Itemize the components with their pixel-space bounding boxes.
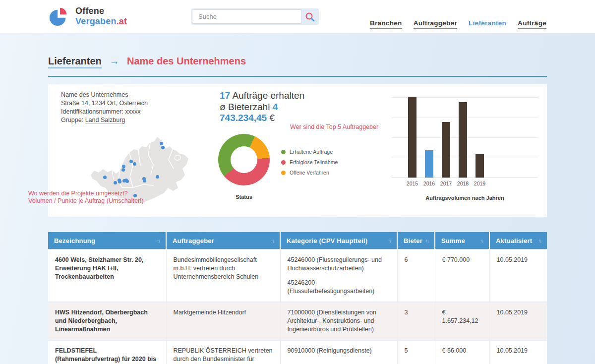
donut-chart-title: Status <box>218 194 270 200</box>
cell-auftraggeber: Bundesimmobiliengesellschaft m.b.H. vert… <box>166 249 280 302</box>
page-title: Name des Unternehmens <box>127 56 246 66</box>
cell-summe: € 770.000 <box>435 249 489 302</box>
legend-label: Erhaltene Aufträge <box>290 149 333 155</box>
bar-2016 <box>425 150 433 178</box>
bidders-count: 4 <box>273 102 278 112</box>
bidders-label: ø Bieterzahl <box>220 102 270 112</box>
group-link[interactable]: Land Salzburg <box>85 117 125 124</box>
search-input[interactable] <box>192 9 302 24</box>
legend-dot-orange <box>281 171 286 175</box>
breadcrumb: Lieferanten → Name des Unternehmens <box>48 56 246 67</box>
breadcrumb-link-lieferanten[interactable]: Lieferanten <box>48 56 102 68</box>
map-toggle-annotation: Volumen / Punkte je Auftrag (Umschalter!… <box>28 197 144 205</box>
search-icon <box>304 11 315 22</box>
cell-bezeichnung: FELDSTIEFEL (Rahmenabrufvertrag) für 202… <box>48 340 166 364</box>
site-logo[interactable]: Offene Vergaben.at <box>49 5 127 28</box>
cell-bezeichnung: HWS Hitzendorf, Oberbergbach und Niederb… <box>48 302 166 340</box>
search-bar <box>191 8 319 25</box>
map-dot <box>103 176 107 179</box>
table-row[interactable]: 4600 Wels, Stelzhamer Str. 20, Erweiteru… <box>48 249 547 302</box>
company-group: Gruppe: Land Salzburg <box>61 116 195 124</box>
search-button[interactable] <box>302 9 318 24</box>
legend-item-offene: Offene Verfahren <box>281 170 338 176</box>
cell-summe: € 56.000 <box>435 340 489 364</box>
cpv-code: 45246200 (Flussuferbefestigungsarbeiten) <box>288 279 390 296</box>
map-dot <box>114 181 117 184</box>
bidders-line: ø Bieterzahl 4 <box>220 102 304 113</box>
cell-aktualisiert: 10.05.2019 <box>489 302 547 340</box>
legend-dot-green <box>281 150 286 154</box>
map-dot <box>143 179 146 182</box>
logo-word-vergaben: Vergaben <box>75 16 117 26</box>
cpv-code: 71000000 (Dienstleistungen von Architekt… <box>288 308 390 334</box>
logo-word-at: .at <box>117 16 127 26</box>
legend-item-erfolglose: Erfolglose Teilnahme <box>281 159 338 165</box>
map-dot <box>122 165 125 168</box>
cpv-code: 45246000 (Flussregulierungs- und Hochwas… <box>288 256 390 273</box>
page: { "colors": { "accent_blue": "#4a96ce", … <box>0 0 595 364</box>
bar-chart-volume-by-year: 20152016201720182019 <box>392 97 538 178</box>
cell-auftraggeber: REPUBLIK ÖSTERREICH vertreten durch den … <box>166 340 280 364</box>
company-info: Name des Unternehmes Straße 14, 1234 Ort… <box>61 91 195 124</box>
sort-icon: ↑↓ <box>538 238 541 243</box>
breadcrumb-arrow-icon: → <box>109 56 119 66</box>
nav-item-auftraege[interactable]: Aufträge <box>518 19 546 29</box>
table-header-row: Bezeichnung↑↓ Auftraggeber↑↓ Kategorie (… <box>48 232 547 249</box>
sort-icon: ↑↓ <box>157 238 160 243</box>
total-sum: 743.234,45 <box>220 113 267 123</box>
map-dot <box>133 194 137 197</box>
map-dot <box>156 175 159 179</box>
orders-received-line: 17 Aufträge erhalten <box>220 90 304 102</box>
column-header-bezeichnung[interactable]: Bezeichnung↑↓ <box>48 232 166 249</box>
nav-item-auftraggeber[interactable]: Auftraggeber <box>414 19 457 29</box>
key-stats: 17 Aufträge erhalten ø Bieterzahl 4 743.… <box>220 90 304 124</box>
map-dot <box>118 180 121 183</box>
map-dot <box>161 146 165 149</box>
table-row[interactable]: FELDSTIEFEL (Rahmenabrufvertrag) für 202… <box>48 340 547 364</box>
bar-2017 <box>442 122 450 178</box>
bar-2018 <box>459 102 467 178</box>
column-header-auftraggeber[interactable]: Auftraggeber↑↓ <box>166 232 280 249</box>
group-label: Gruppe: <box>61 117 85 123</box>
map-dot <box>129 160 133 163</box>
cell-aktualisiert: 10.05.2019 <box>489 249 547 302</box>
logo-text: Offene Vergaben.at <box>75 6 127 27</box>
cell-kategorie: 90910000 (Reinigungsdienste) <box>280 340 397 364</box>
legend-dot-red <box>281 160 286 165</box>
section-divider <box>48 76 547 77</box>
cell-auftraggeber: Marktgemeinde Hitzendorf <box>166 302 280 340</box>
sort-icon: ↑↓ <box>480 238 483 243</box>
logo-word-offene: Offene <box>75 6 127 16</box>
company-address: Straße 14, 1234 Ort, Österreich <box>61 99 195 108</box>
nav-item-lieferanten[interactable]: Lieferanten <box>469 19 506 29</box>
status-donut-chart <box>218 134 270 185</box>
column-header-kategorie[interactable]: Kategorie (CPV Hauptteil)↑↓ <box>280 232 397 249</box>
orders-count: 17 <box>220 90 230 101</box>
top5-annotation: Wer sind die Top 5 Auftraggeber <box>290 123 378 131</box>
map-dot <box>160 142 163 145</box>
cell-summe: € 1.657.234,12 <box>435 302 489 340</box>
contracts-table: Bezeichnung↑↓ Auftraggeber↑↓ Kategorie (… <box>48 232 547 364</box>
sort-icon: ↑↓ <box>271 238 274 243</box>
company-identification: Identifikationsnummer: xxxxx <box>61 108 195 116</box>
pie-logo-icon <box>49 5 69 28</box>
bar-2019 <box>476 154 484 178</box>
cell-bieter: 3 <box>397 302 435 340</box>
company-name: Name des Unternehmes <box>61 91 195 99</box>
orders-label: Aufträge erhalten <box>232 90 304 101</box>
nav-item-branchen[interactable]: Branchen <box>370 19 402 29</box>
cell-kategorie: 45246000 (Flussregulierungs- und Hochwas… <box>280 249 397 302</box>
cell-bezeichnung: 4600 Wels, Stelzhamer Str. 20, Erweiteru… <box>48 249 166 302</box>
column-header-aktualisiert[interactable]: Aktualisiert↑↓ <box>489 232 547 249</box>
map-question-annotation: Wo werden die Projekte umgesetzt? <box>28 190 128 197</box>
column-header-summe[interactable]: Summe↑↓ <box>435 232 489 249</box>
top-header: Offene Vergaben.at Branchen Auftraggeber… <box>0 0 595 33</box>
column-header-bieter[interactable]: Bieter↑↓ <box>397 232 435 249</box>
legend-label: Erfolglose Teilnahme <box>290 159 338 165</box>
cell-bieter: 5 <box>397 340 435 364</box>
currency-sign: € <box>269 113 275 123</box>
table-row[interactable]: HWS Hitzendorf, Oberbergbach und Niederb… <box>48 302 547 340</box>
map-dot <box>125 180 129 183</box>
cell-kategorie: 71000000 (Dienstleistungen von Architekt… <box>280 302 397 340</box>
legend-item-erhaltene: Erhaltene Aufträge <box>281 149 338 155</box>
